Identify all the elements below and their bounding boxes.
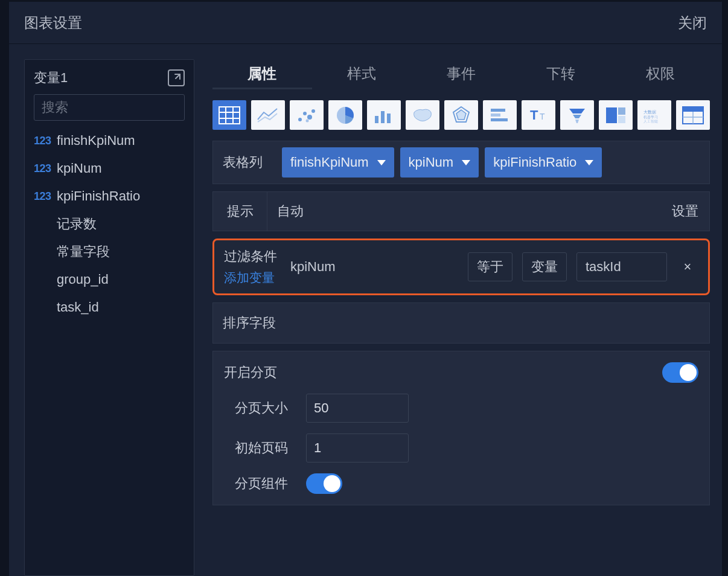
svg-rect-12: [381, 111, 385, 123]
svg-rect-24: [606, 107, 617, 123]
tab-drilldown[interactable]: 下转: [511, 59, 610, 89]
svg-marker-22: [573, 115, 581, 118]
svg-marker-15: [456, 110, 466, 120]
filter-condition-block: 过滤条件 添加变量 kpiNum 等于 变量 taskId ×: [212, 238, 710, 295]
chart-type-hbar-icon[interactable]: [483, 100, 517, 130]
pagination-block: 开启分页 分页大小 初始页码 分页组件: [212, 351, 710, 505]
variable-item[interactable]: .记录数: [25, 210, 194, 238]
column-pill[interactable]: finishKpiNum: [282, 147, 394, 178]
tooltip-settings-button[interactable]: 设置: [661, 192, 709, 231]
start-page-label: 初始页码: [235, 439, 295, 457]
variable-item[interactable]: .task_id: [25, 293, 194, 321]
filter-target-select[interactable]: taskId: [576, 252, 667, 281]
svg-point-7: [307, 115, 312, 120]
chart-type-funnel-icon[interactable]: [560, 100, 594, 130]
chart-type-selector: TT 大数据机器学习人工智能: [212, 100, 710, 130]
svg-rect-0: [219, 107, 240, 124]
svg-rect-26: [618, 116, 625, 123]
svg-text:T: T: [530, 107, 538, 123]
chart-type-pie-icon[interactable]: [328, 100, 362, 130]
pagination-component-toggle[interactable]: [306, 473, 342, 494]
tab-events[interactable]: 事件: [412, 59, 511, 89]
remove-filter-button[interactable]: ×: [677, 256, 698, 278]
tab-style[interactable]: 样式: [312, 59, 412, 89]
svg-marker-23: [575, 120, 579, 123]
svg-rect-25: [618, 107, 625, 115]
tooltip-label: 提示: [213, 192, 267, 231]
svg-point-8: [311, 109, 315, 113]
page-size-label: 分页大小: [235, 399, 295, 417]
chart-type-text-icon[interactable]: TT: [522, 100, 555, 130]
chart-type-bar-icon[interactable]: [367, 100, 401, 130]
sidebar-title: 变量1: [34, 69, 68, 87]
columns-label: 表格列: [223, 153, 271, 171]
variable-item[interactable]: 123finishKpiNum: [25, 127, 194, 155]
settings-content: 属性 样式 事件 下转 权限: [212, 59, 710, 576]
modal-body: 变量1 123finishKpiNum 123kpiNum 123kpiFini…: [9, 44, 722, 576]
tabs: 属性 样式 事件 下转 权限: [212, 59, 710, 89]
chart-settings-modal: 图表设置 关闭 变量1 123finishKpiNum 123kpiNum 12…: [9, 2, 722, 576]
filter-mode-select[interactable]: 变量: [522, 252, 567, 281]
variable-list: 123finishKpiNum 123kpiNum 123kpiFinishRa…: [25, 127, 194, 321]
chevron-down-icon: [462, 160, 470, 165]
chevron-down-icon: [585, 160, 593, 165]
svg-text:人工智能: 人工智能: [643, 120, 658, 123]
filter-operator-select[interactable]: 等于: [468, 252, 512, 281]
chevron-down-icon: [377, 160, 386, 165]
svg-rect-13: [387, 114, 391, 123]
chart-type-wordcloud-icon[interactable]: 大数据机器学习人工智能: [637, 100, 671, 130]
variables-sidebar: 变量1 123finishKpiNum 123kpiNum 123kpiFini…: [24, 59, 194, 576]
tab-attributes[interactable]: 属性: [212, 59, 312, 89]
chart-type-table-alt-icon[interactable]: [676, 100, 710, 130]
modal-header: 图表设置 关闭: [9, 2, 722, 44]
column-pill[interactable]: kpiFinishRatio: [485, 147, 602, 178]
chart-type-treemap-icon[interactable]: [599, 100, 633, 130]
svg-point-5: [298, 118, 302, 121]
filter-label: 过滤条件: [224, 248, 277, 266]
pagination-component-label: 分页组件: [235, 475, 295, 493]
variable-item[interactable]: 123kpiFinishRatio: [25, 182, 194, 210]
add-variable-link[interactable]: 添加变量: [224, 269, 277, 286]
svg-marker-21: [569, 109, 585, 114]
svg-point-9: [306, 119, 309, 122]
sort-label: 排序字段: [223, 314, 276, 332]
tab-permissions[interactable]: 权限: [610, 59, 710, 89]
tooltip-value: 自动: [267, 192, 661, 231]
chart-type-scatter-icon[interactable]: [290, 100, 324, 130]
pagination-enable-toggle[interactable]: [662, 362, 698, 383]
svg-rect-11: [375, 116, 378, 123]
filter-field: kpiNum: [287, 259, 458, 275]
svg-text:T: T: [540, 112, 545, 121]
search-input[interactable]: [34, 94, 185, 121]
svg-rect-31: [683, 107, 703, 112]
expand-icon[interactable]: [168, 69, 185, 86]
svg-point-6: [303, 112, 307, 115]
sort-fields-row[interactable]: 排序字段: [212, 302, 710, 344]
svg-text:大数据: 大数据: [643, 110, 656, 114]
variable-item[interactable]: .常量字段: [25, 238, 194, 266]
modal-title: 图表设置: [24, 13, 82, 33]
svg-rect-17: [491, 114, 500, 117]
variable-item[interactable]: .group_id: [25, 266, 194, 293]
chart-type-table-icon[interactable]: [212, 100, 246, 130]
table-columns-row: 表格列 finishKpiNum kpiNum kpiFinishRatio: [212, 141, 710, 184]
chart-type-map-icon[interactable]: [406, 100, 439, 130]
page-size-input[interactable]: [306, 394, 409, 423]
pagination-enable-label: 开启分页: [224, 363, 277, 382]
start-page-input[interactable]: [306, 434, 409, 462]
svg-rect-16: [491, 109, 505, 112]
column-pill[interactable]: kpiNum: [400, 147, 479, 178]
chart-type-line-icon[interactable]: [251, 100, 285, 130]
chart-type-radar-icon[interactable]: [444, 100, 478, 130]
tooltip-row: 提示 自动 设置: [212, 191, 710, 231]
svg-rect-18: [491, 118, 508, 121]
svg-text:机器学习: 机器学习: [643, 115, 658, 119]
variable-item[interactable]: 123kpiNum: [25, 155, 194, 182]
close-button[interactable]: 关闭: [678, 13, 707, 33]
